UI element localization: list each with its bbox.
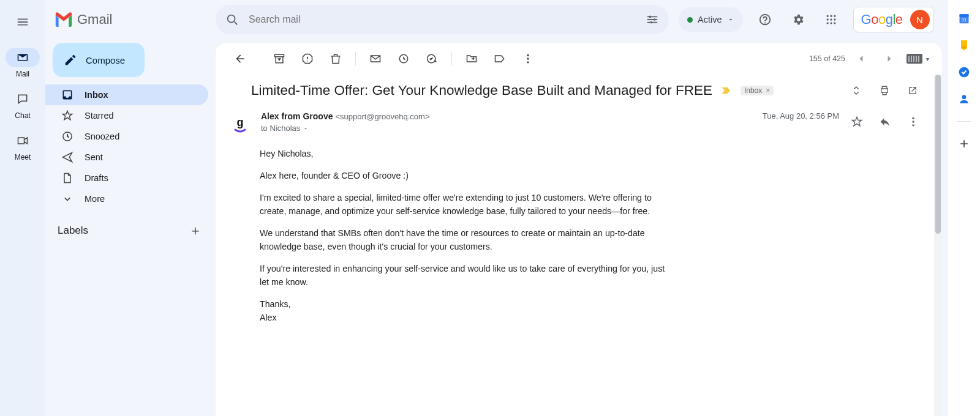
message-counter: 155 of 425: [809, 54, 845, 63]
apps-button[interactable]: [819, 7, 843, 32]
chevron-down-icon: [61, 193, 74, 205]
importance-marker[interactable]: [721, 86, 732, 95]
svg-text:g: g: [237, 116, 244, 128]
svg-point-1: [228, 15, 235, 23]
settings-button[interactable]: [786, 7, 810, 32]
get-addons-button[interactable]: [958, 138, 970, 150]
more-button[interactable]: [516, 46, 540, 71]
add-task-icon: [426, 53, 438, 65]
label-button[interactable]: [488, 46, 512, 71]
plus-icon: [958, 138, 970, 150]
svg-text:31: 31: [961, 17, 966, 23]
search-bar[interactable]: [216, 5, 669, 34]
calendar-icon: 31: [958, 12, 970, 24]
svg-point-3: [654, 18, 656, 21]
star-icon: [61, 110, 74, 122]
sidebar-item-sent[interactable]: Sent: [45, 147, 208, 168]
sidebar-item-drafts[interactable]: Drafts: [45, 168, 208, 188]
older-button[interactable]: [849, 46, 873, 71]
sidebar-item-snoozed[interactable]: Snoozed: [45, 126, 208, 147]
send-icon: [61, 151, 74, 163]
sidebar-item-inbox[interactable]: Inbox: [45, 84, 208, 105]
add-task-button[interactable]: [420, 46, 444, 71]
support-button[interactable]: [753, 7, 777, 32]
collapse-all-button[interactable]: [845, 80, 867, 102]
chat-icon: [6, 89, 40, 109]
sidebar-nav: Inbox Starred Snoozed Sent Drafts More: [45, 84, 216, 209]
mark-unread-button[interactable]: [363, 46, 388, 71]
move-button[interactable]: [459, 46, 484, 71]
compose-button[interactable]: Compose: [53, 43, 145, 77]
rail-item-label: Meet: [15, 153, 31, 162]
sidebar-item-label: Starred: [85, 111, 114, 121]
sidebar-item-starred[interactable]: Starred: [45, 105, 208, 126]
open-new-window-button[interactable]: [902, 80, 924, 102]
reply-button[interactable]: [875, 111, 895, 132]
back-button[interactable]: [228, 46, 252, 71]
status-label: Active: [698, 15, 722, 24]
label-icon: [494, 53, 506, 65]
pencil-icon: [64, 53, 77, 67]
gmail-logo-icon: [54, 12, 74, 27]
svg-point-24: [912, 124, 914, 126]
delete-button[interactable]: [323, 46, 348, 71]
keyboard-icon: [907, 54, 922, 64]
remove-label-button[interactable]: ×: [766, 86, 770, 95]
newer-button[interactable]: [877, 46, 902, 71]
svg-point-30: [962, 95, 966, 99]
avatar[interactable]: N: [910, 10, 930, 29]
svg-point-2: [649, 16, 652, 18]
gmail-logo[interactable]: Gmail: [54, 12, 112, 28]
star-button[interactable]: [846, 111, 867, 132]
add-label-button[interactable]: ＋: [189, 221, 202, 240]
rail-item-chat[interactable]: Chat: [6, 89, 40, 120]
search-options-icon[interactable]: [646, 13, 659, 26]
calendar-addon[interactable]: 31: [958, 12, 970, 24]
scrollbar[interactable]: [934, 75, 942, 416]
snooze-button[interactable]: [391, 46, 416, 71]
spam-button[interactable]: [295, 46, 320, 71]
tasks-addon[interactable]: [958, 66, 970, 78]
svg-point-7: [830, 15, 832, 17]
arrow-left-icon: [234, 53, 246, 65]
clock-icon: [61, 130, 74, 143]
caret-down-icon: [303, 125, 309, 132]
svg-point-9: [826, 18, 828, 20]
brand-text: Gmail: [77, 12, 112, 28]
tasks-icon: [958, 66, 970, 78]
svg-rect-28: [962, 46, 965, 48]
search-input[interactable]: [249, 14, 636, 25]
svg-point-6: [826, 15, 828, 17]
input-tools-button[interactable]: ▾: [905, 46, 930, 71]
rail-item-meet[interactable]: Meet: [6, 131, 40, 162]
reply-icon: [879, 116, 891, 128]
keep-icon: [958, 39, 970, 51]
clock-icon: [398, 53, 410, 65]
rail-item-mail[interactable]: Mail: [6, 48, 40, 78]
chevron-down-icon: [727, 16, 734, 23]
sidebar: Gmail Compose Inbox Starred Snoozed Sent: [45, 0, 216, 416]
compose-label: Compose: [86, 55, 125, 65]
message-date: Tue, Aug 20, 2:56 PM: [763, 111, 839, 121]
keep-addon[interactable]: [958, 39, 970, 51]
contacts-addon[interactable]: [958, 93, 970, 105]
sidebar-item-label: Sent: [85, 152, 103, 162]
scrollbar-thumb[interactable]: [935, 75, 941, 234]
report-spam-icon: [301, 53, 314, 65]
message-more-button[interactable]: [903, 111, 924, 132]
print-button[interactable]: [873, 80, 895, 102]
archive-button[interactable]: [267, 46, 292, 71]
google-account-box[interactable]: Google N: [853, 7, 934, 32]
sidebar-item-more[interactable]: More: [45, 188, 208, 209]
label-chip[interactable]: Inbox ×: [741, 86, 774, 95]
contacts-icon: [958, 93, 970, 105]
recipient-line[interactable]: to Nicholas: [261, 124, 430, 133]
folder-move-icon: [466, 53, 478, 65]
side-panel: 31: [947, 0, 980, 416]
help-icon: [758, 13, 772, 26]
svg-point-23: [912, 121, 914, 122]
more-vert-icon: [907, 116, 919, 128]
status-chip[interactable]: Active: [679, 7, 743, 32]
open-external-icon: [907, 85, 918, 96]
main-menu-button[interactable]: [8, 7, 37, 37]
